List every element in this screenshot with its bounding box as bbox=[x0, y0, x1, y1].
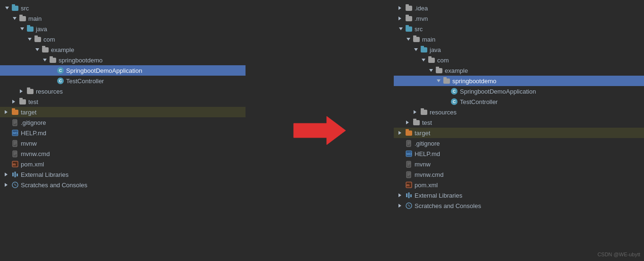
file-generic-icon bbox=[405, 160, 413, 168]
svg-text:✎: ✎ bbox=[407, 204, 411, 208]
file-c-blue-icon: C bbox=[57, 77, 64, 85]
file-generic-icon bbox=[11, 119, 19, 126]
item-label: HELP.md bbox=[415, 150, 440, 157]
tree-item-test[interactable]: test bbox=[0, 96, 246, 107]
ext-lib-icon bbox=[11, 171, 19, 178]
svg-rect-6 bbox=[13, 140, 17, 147]
tree-item-resources[interactable]: resources bbox=[0, 86, 246, 96]
item-label: .gitignore bbox=[21, 119, 46, 126]
tree-item-main[interactable]: main bbox=[0, 13, 246, 24]
tree-item-test[interactable]: test bbox=[394, 117, 644, 128]
tree-item-SpringbootDemoApplication[interactable]: CSpringbootDemoApplication bbox=[0, 65, 246, 76]
item-label: SpringbootDemoApplication bbox=[66, 67, 142, 74]
scratch-icon: ✎ bbox=[11, 181, 19, 189]
item-label: resources bbox=[430, 109, 457, 116]
item-label: main bbox=[422, 36, 435, 43]
tree-item-target[interactable]: target bbox=[394, 128, 644, 138]
right-panel: .idea.mvnsrcmainjavacomexamplespringboot… bbox=[394, 0, 644, 261]
item-label: mvnw.cmd bbox=[21, 150, 50, 157]
tree-item-pomxml[interactable]: mpom.xml bbox=[0, 159, 246, 169]
tree-item-gitignore[interactable]: .gitignore bbox=[0, 117, 246, 128]
tree-item-helpmd[interactable]: MDHELP.md bbox=[394, 148, 644, 159]
folder-blue-icon bbox=[26, 25, 34, 33]
tree-item-java[interactable]: java bbox=[0, 24, 246, 34]
svg-rect-18 bbox=[17, 174, 18, 176]
item-label: springbootdemo bbox=[452, 78, 496, 85]
tree-item-mvnwcmd[interactable]: mvnw.cmd bbox=[394, 169, 644, 180]
item-label: example bbox=[445, 67, 468, 74]
item-label: src bbox=[415, 26, 423, 33]
folder-gray-icon bbox=[19, 15, 26, 22]
left-panel: srcmainjavacomexamplespringbootdemoCSpri… bbox=[0, 0, 246, 261]
item-label: HELP.md bbox=[21, 130, 46, 137]
folder-blue-icon bbox=[405, 25, 413, 33]
svg-text:m: m bbox=[13, 163, 16, 166]
tree-item-scratches[interactable]: ✎Scratches and Consoles bbox=[394, 200, 644, 211]
file-md-icon: MD bbox=[405, 150, 413, 157]
tree-item-com[interactable]: com bbox=[394, 55, 644, 65]
folder-gray-icon bbox=[420, 108, 428, 116]
tree-item-mvn[interactable]: .mvn bbox=[394, 13, 644, 24]
tree-item-springbootdemo[interactable]: springbootdemo bbox=[394, 76, 644, 86]
item-label: Scratches and Consoles bbox=[21, 182, 87, 189]
svg-rect-22 bbox=[407, 140, 411, 147]
tree-item-example[interactable]: example bbox=[394, 65, 644, 76]
item-label: pom.xml bbox=[415, 182, 438, 189]
tree-item-src[interactable]: src bbox=[0, 3, 246, 13]
tree-item-TestController[interactable]: CTestController bbox=[394, 96, 644, 107]
svg-text:m: m bbox=[407, 183, 409, 187]
tree-item-gitignore[interactable]: .gitignore bbox=[394, 138, 644, 148]
tree-item-helpmd[interactable]: MDHELP.md bbox=[0, 128, 246, 138]
tree-item-extlib[interactable]: External Libraries bbox=[0, 169, 246, 180]
tree-item-main[interactable]: main bbox=[394, 34, 644, 44]
tree-item-example[interactable]: example bbox=[0, 44, 246, 55]
svg-rect-0 bbox=[13, 120, 17, 126]
item-label: mvnw.cmd bbox=[415, 171, 443, 178]
file-c-blue-icon: C bbox=[450, 87, 458, 95]
svg-text:MD: MD bbox=[407, 152, 412, 156]
tree-item-scratches[interactable]: ✎Scratches and Consoles bbox=[0, 180, 246, 190]
folder-gray-icon bbox=[49, 56, 57, 64]
svg-rect-28 bbox=[407, 161, 411, 167]
item-label: java bbox=[36, 26, 47, 33]
svg-text:✎: ✎ bbox=[14, 183, 17, 187]
item-label: test bbox=[422, 119, 432, 126]
svg-rect-40 bbox=[410, 194, 412, 197]
item-label: .gitignore bbox=[415, 140, 440, 147]
arrow-icon bbox=[289, 112, 350, 149]
svg-rect-16 bbox=[12, 173, 14, 176]
item-label: target bbox=[21, 109, 36, 116]
file-xml-icon: m bbox=[11, 160, 19, 168]
item-label: Scratches and Consoles bbox=[415, 202, 481, 209]
file-c-blue-icon: C bbox=[57, 67, 64, 74]
tree-item-SpringbootDemoApplication[interactable]: CSpringbootDemoApplication bbox=[394, 86, 644, 96]
svg-rect-38 bbox=[406, 193, 407, 197]
tree-item-pomxml[interactable]: mpom.xml bbox=[394, 180, 644, 190]
folder-blue-icon bbox=[11, 4, 19, 12]
svg-rect-10 bbox=[13, 151, 17, 157]
tree-item-springbootdemo[interactable]: springbootdemo bbox=[0, 55, 246, 65]
tree-item-idea[interactable]: .idea bbox=[394, 3, 644, 13]
item-label: .idea bbox=[415, 5, 428, 12]
tree-item-com[interactable]: com bbox=[0, 34, 246, 44]
tree-item-mvnwcmd[interactable]: mvnw.cmd bbox=[0, 148, 246, 159]
item-label: SpringbootDemoApplication bbox=[460, 88, 536, 95]
tree-item-extlib[interactable]: External Libraries bbox=[394, 190, 644, 200]
tree-item-target[interactable]: target bbox=[0, 107, 246, 117]
item-label: External Libraries bbox=[21, 171, 68, 178]
arrow-area bbox=[246, 0, 394, 261]
right-tree: .idea.mvnsrcmainjavacomexamplespringboot… bbox=[394, 0, 644, 214]
tree-item-java[interactable]: java bbox=[394, 44, 644, 55]
tree-item-mvnw[interactable]: mvnw bbox=[394, 159, 644, 169]
tree-item-resources[interactable]: resources bbox=[394, 107, 644, 117]
item-label: External Libraries bbox=[415, 192, 462, 199]
file-md-icon: MD bbox=[11, 129, 19, 137]
tree-item-mvnw[interactable]: mvnw bbox=[0, 138, 246, 148]
folder-gray-icon bbox=[405, 15, 413, 22]
folder-orange-icon bbox=[405, 129, 413, 137]
item-label: example bbox=[51, 46, 74, 53]
item-label: java bbox=[430, 46, 441, 53]
tree-item-src[interactable]: src bbox=[394, 24, 644, 34]
item-label: resources bbox=[36, 88, 63, 95]
tree-item-TestController[interactable]: CTestController bbox=[0, 76, 246, 86]
